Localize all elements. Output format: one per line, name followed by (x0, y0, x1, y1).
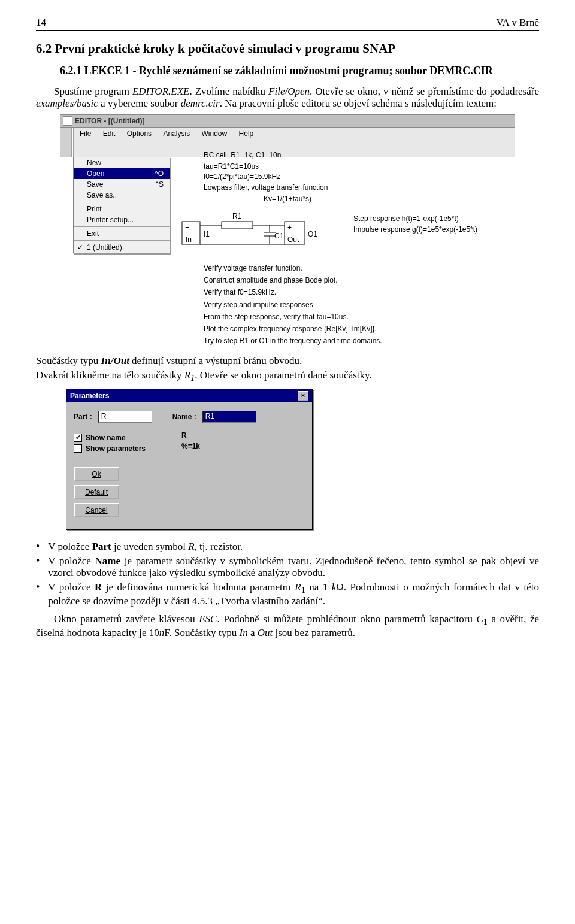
editor-titlebar: EDITOR - [(Untitled)] (60, 114, 515, 128)
mid-paragraph-1: Součástky typu In/Out definují vstupní a… (36, 355, 539, 367)
menu-item-save[interactable]: Save^S (74, 179, 170, 190)
show-name-checkbox[interactable]: ✔ Show name (74, 434, 181, 442)
menu-item-recent[interactable]: ✓ 1 (Untitled) (74, 242, 170, 253)
bullet-list: V položce Part je uveden symbol R, tj. r… (36, 541, 539, 607)
menu-help[interactable]: Help (234, 129, 259, 138)
cancel-button[interactable]: Cancel (74, 503, 119, 517)
bullet-item: V položce Part je uveden symbol R, tj. r… (36, 541, 539, 553)
canvas-text-3: f0=1/(2*pi*tau)=15.9kHz (204, 172, 515, 181)
task-item: Plot the complex frequency response {Re[… (204, 324, 515, 334)
canvas-text-5: Kv=1/(1+tau*s) (264, 194, 515, 204)
default-button[interactable]: Default (74, 485, 119, 499)
menu-window[interactable]: Window (197, 129, 232, 138)
menu-file[interactable]: File (75, 129, 96, 138)
schematic-svg: + In I1 R1 C1 (180, 210, 341, 257)
menu-item-exit[interactable]: Exit (74, 228, 170, 239)
close-icon[interactable]: × (298, 391, 308, 401)
param-r-label: R (181, 431, 200, 440)
svg-rect-5 (222, 222, 253, 229)
mid-paragraph-2: Dvakrát klikněme na tělo součástky R1. O… (36, 369, 539, 383)
checkmark-icon: ✓ (77, 243, 83, 252)
editor-menubar[interactable]: File Edit Options Analysis Window Help (73, 128, 515, 157)
closing-paragraph: Okno parametrů zavřete klávesou ESC. Pod… (36, 613, 539, 639)
page-header: 14 VA v Brně (36, 17, 539, 29)
menu-item-open[interactable]: Open^O (74, 168, 170, 179)
circuit-diagram: + In I1 R1 C1 (180, 210, 515, 257)
svg-text:I1: I1 (204, 230, 210, 238)
bullet-item: V položce R je definována numerická hodn… (36, 581, 539, 607)
subsection-heading: 6.2.1 LEKCE 1 - Rychlé seznámení se zákl… (60, 65, 539, 77)
name-field[interactable]: R1 (202, 411, 256, 423)
menu-options[interactable]: Options (122, 129, 156, 138)
checkbox-icon: ✔ (74, 434, 82, 442)
canvas-task-list: Verify voltage transfer function. Constr… (204, 263, 515, 346)
menu-item-print[interactable]: Print (74, 204, 170, 214)
svg-text:R1: R1 (232, 212, 242, 220)
svg-text:+: + (185, 223, 189, 232)
task-item: Verify voltage transfer function. (204, 263, 515, 273)
ok-button[interactable]: Ok (74, 467, 119, 481)
editor-title-text: EDITOR - [(Untitled)] (75, 117, 144, 125)
page-number: 14 (36, 17, 46, 29)
canvas-text-4: Lowpass filter, voltage transfer functio… (204, 183, 515, 192)
checkbox-icon (74, 444, 82, 453)
editor-window: EDITOR - [(Untitled)] File Edit Options … (60, 114, 515, 346)
svg-text:In: In (186, 235, 192, 244)
show-parameters-checkbox[interactable]: Show parameters (74, 444, 181, 453)
task-item: Construct amplitude and phase Bode plot. (204, 275, 515, 285)
sysmenu-icon[interactable] (63, 116, 72, 126)
svg-text:C1: C1 (274, 232, 284, 240)
step-response-label: Step response h(t)=1-exp(-1e5*t) (353, 213, 477, 224)
task-item: From the step response, verify that tau=… (204, 312, 515, 322)
dialog-titlebar: Parameters × (66, 389, 312, 402)
menu-edit[interactable]: Edit (98, 129, 120, 138)
header-rule (36, 30, 539, 31)
menu-item-printer-setup[interactable]: Printer setup... (74, 214, 170, 225)
impulse-response-label: Impulse response g(t)=1e5*exp(-1e5*t) (353, 224, 477, 235)
canvas-text-2: tau=R1*C1=10us (204, 162, 515, 171)
parameters-dialog: Parameters × Part : R Name : R1 ✔ Show n… (66, 389, 313, 530)
part-field[interactable]: R (98, 411, 152, 423)
svg-text:O1: O1 (308, 230, 317, 238)
toolbar-button[interactable] (60, 128, 72, 157)
header-right: VA v Brně (497, 17, 539, 29)
svg-text:Out: Out (288, 235, 299, 244)
menu-analysis[interactable]: Analysis (158, 129, 195, 138)
task-item: Verify that f0=15.9kHz. (204, 287, 515, 297)
dialog-title-text: Parameters (70, 392, 109, 400)
editor-canvas: RC cell, R1=1k, C1=10n tau=R1*C1=10us f0… (180, 150, 515, 346)
task-item: Try to step R1 or C1 in the frequency an… (204, 336, 515, 346)
name-label: Name : (172, 413, 196, 421)
section-heading: 6.2 První praktické kroky k počítačové s… (36, 41, 539, 56)
menu-item-new[interactable]: New (74, 157, 170, 168)
menu-item-saveas[interactable]: Save as.. (74, 190, 170, 201)
svg-text:+: + (288, 223, 292, 232)
part-label: Part : (74, 413, 92, 421)
bullet-item: V položce Name je parametr součástky v s… (36, 555, 539, 579)
task-item: Verify step and impulse responses. (204, 300, 515, 310)
file-dropdown-menu: New Open^O Save^S Save as.. Print Printe… (73, 157, 170, 253)
param-expression: %=1k (181, 442, 200, 450)
intro-paragraph: Spustíme program EDITOR.EXE. Zvolíme nab… (36, 86, 539, 110)
